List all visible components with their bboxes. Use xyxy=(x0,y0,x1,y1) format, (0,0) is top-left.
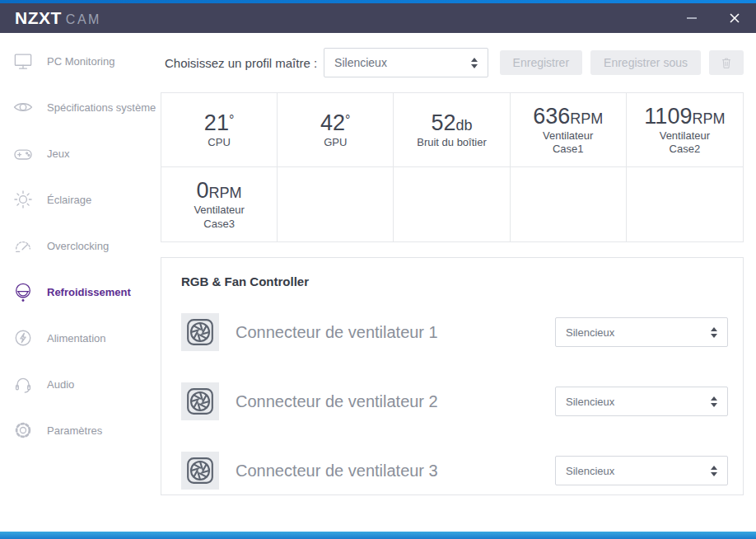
stat-value: 0 xyxy=(197,178,209,203)
stat-unit: RPM xyxy=(209,185,242,201)
master-profile-select[interactable]: Silencieux xyxy=(324,48,488,77)
app-window: NZXT CAM PC Monitoring xyxy=(0,0,756,539)
stat-cell-empty xyxy=(627,167,743,241)
fan-profile-select-3[interactable]: Silencieux xyxy=(555,456,728,485)
close-icon xyxy=(729,12,740,24)
stat-value-line: 1109RPM xyxy=(644,104,725,129)
window-controls xyxy=(670,3,756,33)
stat-cell-cpu: 21° CPU xyxy=(161,93,278,167)
stat-unit: ° xyxy=(345,113,350,127)
updown-arrows-icon xyxy=(471,58,478,68)
updown-arrows-icon xyxy=(711,466,717,476)
save-as-button[interactable]: Enregistrer sous xyxy=(590,50,701,75)
sidebar-item-overclocking[interactable]: Overclocking xyxy=(0,223,161,269)
sidebar-item-eclairage[interactable]: Éclairage xyxy=(0,176,161,223)
fan-profile-selected-value: Silencieux xyxy=(566,396,614,408)
stat-value: 52 xyxy=(431,110,455,135)
save-button[interactable]: Enregistrer xyxy=(500,50,582,75)
app-logo: NZXT CAM xyxy=(15,8,101,28)
gamepad-icon xyxy=(11,141,35,166)
sidebar-item-label: Jeux xyxy=(47,148,69,160)
logo-secondary-text: CAM xyxy=(66,12,101,27)
stat-cell-fan2: 1109RPM Ventilateur Case2 xyxy=(627,93,743,167)
sidebar-item-specifications[interactable]: Spécifications système xyxy=(0,84,161,130)
master-profile-bar: Choisissez un profil maître : Silencieux… xyxy=(161,33,744,92)
stat-label: CPU xyxy=(208,136,230,149)
monitoring-stats-grid: 21° CPU 42° GPU 52db Bruit du boîtier 63… xyxy=(161,92,744,242)
fan-profile-selected-value: Silencieux xyxy=(566,326,614,339)
minimize-button[interactable] xyxy=(670,3,713,33)
stat-label: Ventilateur xyxy=(194,204,244,217)
sidebar-item-label: Spécifications système xyxy=(47,101,156,114)
stat-value: 42 xyxy=(320,110,345,135)
minimize-icon xyxy=(687,17,697,19)
stat-sublabel: Case1 xyxy=(553,143,584,156)
fan-icon xyxy=(181,452,219,490)
sun-icon xyxy=(11,187,35,212)
panel-title: RGB & Fan Controller xyxy=(181,274,728,288)
stat-value-line: 21° xyxy=(204,110,234,136)
fan-icon xyxy=(181,313,219,351)
fan-profile-selected-value: Silencieux xyxy=(566,465,614,477)
stat-value-line: 52db xyxy=(431,110,472,136)
sidebar-item-label: Alimentation xyxy=(47,332,106,344)
stat-label: GPU xyxy=(324,136,347,149)
sidebar-item-label: Refroidissement xyxy=(47,286,131,298)
stat-sublabel: Case2 xyxy=(670,143,701,156)
fan-connector-label: Connecteur de ventilateur 1 xyxy=(236,323,438,342)
sidebar: PC Monitoring Spécifications système Jeu… xyxy=(0,33,161,532)
delete-profile-button[interactable] xyxy=(709,50,744,75)
sidebar-item-audio[interactable]: Audio xyxy=(0,361,161,407)
sidebar-item-parametres[interactable]: Paramètres xyxy=(0,407,161,453)
gear-icon xyxy=(11,418,35,443)
stat-unit: RPM xyxy=(692,110,725,127)
app-body: PC Monitoring Spécifications système Jeu… xyxy=(0,33,756,532)
stat-cell-noise: 52db Bruit du boîtier xyxy=(394,93,510,167)
fan-connector-row-1: Connecteur de ventilateur 1 Silencieux xyxy=(181,313,728,351)
stat-cell-empty xyxy=(278,167,394,241)
fan-connector-row-2: Connecteur de ventilateur 2 Silencieux xyxy=(181,382,728,420)
stat-unit: ° xyxy=(229,113,234,127)
stat-label: Ventilateur xyxy=(660,129,710,143)
rgb-fan-controller-panel: RGB & Fan Controller Connecteur de venti… xyxy=(161,257,744,495)
fan-connector-label: Connecteur de ventilateur 3 xyxy=(236,462,438,480)
sidebar-item-label: Audio xyxy=(47,378,74,391)
sidebar-item-label: Éclairage xyxy=(47,194,91,206)
monitor-icon xyxy=(11,49,35,73)
stat-label: Ventilateur xyxy=(543,129,593,143)
stat-unit: db xyxy=(456,117,473,134)
sidebar-item-alimentation[interactable]: Alimentation xyxy=(0,315,161,361)
power-icon xyxy=(11,326,35,350)
stat-value-line: 636RPM xyxy=(533,104,603,129)
fan-icon xyxy=(181,382,219,420)
stat-cell-empty xyxy=(511,167,627,241)
stat-value: 636 xyxy=(533,104,570,129)
fan-connector-label: Connecteur de ventilateur 2 xyxy=(236,392,438,411)
sidebar-item-pc-monitoring[interactable]: PC Monitoring xyxy=(0,38,161,84)
fan-connector-row-3: Connecteur de ventilateur 3 Silencieux xyxy=(181,452,728,490)
master-profile-label: Choisissez un profil maître : xyxy=(165,56,317,70)
updown-arrows-icon xyxy=(711,327,717,338)
gauge-icon xyxy=(11,233,35,258)
logo-primary-text: NZXT xyxy=(15,8,62,28)
sidebar-item-label: Paramètres xyxy=(47,424,102,437)
updown-arrows-icon xyxy=(711,396,717,407)
stat-cell-fan3: 0RPM Ventilateur Case3 xyxy=(161,167,278,241)
sidebar-item-jeux[interactable]: Jeux xyxy=(0,130,161,176)
stat-value-line: 0RPM xyxy=(197,178,242,204)
fan-profile-select-2[interactable]: Silencieux xyxy=(555,387,728,416)
master-profile-selected-value: Silencieux xyxy=(334,56,387,69)
bottom-accent-bar xyxy=(0,532,756,539)
stat-value: 1109 xyxy=(644,104,692,129)
main-content: Choisissez un profil maître : Silencieux… xyxy=(161,33,756,532)
fan-profile-select-1[interactable]: Silencieux xyxy=(555,317,728,347)
stat-value: 21 xyxy=(204,110,229,135)
sidebar-item-refroidissement[interactable]: Refroidissement xyxy=(0,269,161,315)
close-button[interactable] xyxy=(713,3,756,33)
stat-cell-fan1: 636RPM Ventilateur Case1 xyxy=(511,93,627,167)
headset-icon xyxy=(11,372,35,396)
stat-sublabel: Case3 xyxy=(203,218,235,231)
stat-cell-gpu: 42° GPU xyxy=(278,93,394,167)
titlebar: NZXT CAM xyxy=(0,3,756,33)
stat-label: Bruit du boîtier xyxy=(417,136,487,149)
